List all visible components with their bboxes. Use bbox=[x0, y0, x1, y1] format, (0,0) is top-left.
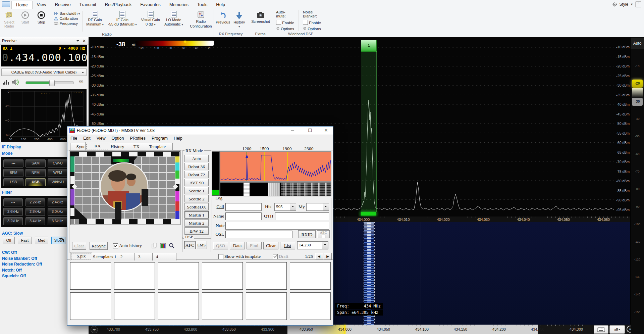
auto-mute-enable[interactable]: Enable bbox=[276, 20, 294, 25]
maximize-button[interactable]: ☐ bbox=[304, 127, 316, 134]
range-handle-top[interactable]: -20 bbox=[632, 80, 643, 88]
range-handle-bottom[interactable]: -30 bbox=[632, 98, 643, 106]
calibration-menu[interactable]: Calibration bbox=[54, 16, 80, 20]
call-field[interactable] bbox=[225, 203, 262, 211]
rx-mode-martin2[interactable]: Martin 2 bbox=[184, 219, 209, 227]
rx-mode-robot36[interactable]: Robot 36 bbox=[184, 163, 209, 170]
radio-configuration-button[interactable]: Radio Configuration bbox=[190, 10, 212, 28]
zoom-band-marker[interactable]: 1 bbox=[361, 40, 377, 52]
resync-button[interactable]: ReSync bbox=[90, 242, 108, 250]
volume-slider-handle[interactable] bbox=[49, 80, 55, 86]
audio-levels-icon[interactable] bbox=[3, 80, 9, 86]
menu-item[interactable]: Option bbox=[109, 135, 127, 142]
app-menu-icon[interactable] bbox=[2, 1, 10, 7]
mmsstv-window[interactable]: F5OEO (F5OEO.MDT) - MMSSTV Ver 1.08 ─ ☐ … bbox=[67, 126, 333, 326]
filter-button[interactable]: ••• bbox=[3, 198, 23, 206]
list-button[interactable]: List bbox=[280, 242, 295, 249]
his-combobox[interactable]: 595 bbox=[274, 203, 296, 211]
menu-item[interactable]: Edit bbox=[80, 135, 94, 142]
name-field[interactable] bbox=[225, 212, 262, 220]
audio-device-select[interactable]: CABLE Input (VB-Audio Virtual Cable) bbox=[1, 68, 87, 76]
abc-checkbox[interactable] bbox=[322, 235, 325, 238]
start-button[interactable]: Start bbox=[18, 10, 33, 24]
settings-gear-icon[interactable] bbox=[612, 2, 617, 7]
tab-help[interactable]: Help bbox=[212, 1, 229, 9]
history-button[interactable]: History ▼ bbox=[232, 10, 247, 29]
previous-button[interactable]: Previous bbox=[216, 10, 230, 24]
rx-mode-auto[interactable]: Auto bbox=[184, 155, 209, 162]
band-navigation-bar[interactable]: 433.700 433.750 433.800 433.850 433.900 … bbox=[89, 325, 644, 334]
clear-button[interactable]: Clear bbox=[263, 242, 278, 249]
thumbnail-slot[interactable] bbox=[158, 292, 199, 320]
stop-button[interactable]: Stop bbox=[34, 10, 49, 24]
log-freq-combobox[interactable]: 14.230 bbox=[297, 241, 328, 249]
tab-rec-playback[interactable]: Rec/Playback bbox=[101, 1, 136, 9]
mode-wfm-button[interactable]: WFM bbox=[48, 169, 68, 177]
select-radio-button[interactable]: Select Radio bbox=[2, 10, 16, 28]
agc-undo-button[interactable] bbox=[58, 237, 65, 245]
show-with-template-checkbox[interactable] bbox=[218, 254, 223, 259]
auto-mute-enable-checkbox[interactable] bbox=[276, 20, 281, 25]
rf-gain-button[interactable]: RF Gain Minimum bbox=[85, 10, 105, 27]
my-combobox[interactable] bbox=[306, 203, 329, 211]
thumbnail-slot[interactable] bbox=[202, 262, 243, 290]
mode-usb-button[interactable]: USB bbox=[25, 178, 46, 186]
style-menu[interactable]: Style bbox=[619, 2, 628, 7]
thumbnail-slot[interactable] bbox=[246, 292, 287, 320]
agc-med-button[interactable]: Med bbox=[35, 237, 48, 244]
panel-close-icon[interactable]: ✕ bbox=[83, 37, 86, 45]
menu-item[interactable]: File bbox=[67, 135, 80, 142]
style-dropdown-arrow[interactable]: ▼ bbox=[630, 3, 633, 6]
draft-checkbox[interactable] bbox=[273, 254, 278, 259]
filter-button[interactable]: 2.6kHz bbox=[3, 208, 23, 216]
qsl-field[interactable] bbox=[225, 231, 292, 238]
if-gain-button[interactable]: IF Gain -55 dB (Manual) bbox=[107, 10, 138, 27]
tab-memories[interactable]: Memories bbox=[165, 1, 193, 9]
panel-collapse-icon[interactable] bbox=[76, 40, 79, 43]
minimize-button[interactable]: ─ bbox=[287, 127, 298, 134]
rxid-button[interactable]: RXID bbox=[298, 230, 316, 238]
lo-mode-button[interactable]: LO Mode Automatic bbox=[163, 10, 184, 27]
mode-sam-button[interactable]: SAM bbox=[25, 159, 46, 168]
thumbnail-slot[interactable] bbox=[114, 292, 155, 320]
agc-fast-button[interactable]: Fast bbox=[18, 237, 32, 244]
thumbnail-slot[interactable] bbox=[246, 262, 287, 290]
my-dropdown-arrow[interactable] bbox=[323, 203, 329, 210]
rx-mode-bw12[interactable]: B/W 12 bbox=[184, 227, 209, 235]
noise-blanker-enable-checkbox[interactable] bbox=[303, 20, 308, 25]
data-button[interactable]: Data bbox=[230, 242, 245, 249]
lms-button[interactable]: LMS bbox=[196, 241, 207, 249]
his-dropdown-arrow[interactable] bbox=[290, 203, 296, 210]
log-freq-dropdown-arrow[interactable] bbox=[322, 242, 328, 249]
rx-mode-scottie1[interactable]: Scottie 1 bbox=[184, 187, 209, 194]
zoom-level-button[interactable]: x5▸ bbox=[609, 325, 625, 334]
mode-more-button[interactable]: ••• bbox=[3, 159, 23, 168]
mode-nfm-button[interactable]: NFM bbox=[25, 169, 46, 177]
mode-wideu-button[interactable]: Wide-U bbox=[48, 178, 68, 186]
magnifier-button[interactable] bbox=[168, 242, 175, 249]
tab-view[interactable]: View bbox=[33, 1, 51, 9]
tab-favourites[interactable]: Favourites bbox=[136, 1, 165, 9]
filter-button[interactable]: 3.4kHz bbox=[25, 217, 45, 225]
visual-gain-button[interactable]: Visual Gain 0 dB bbox=[140, 10, 161, 27]
speaker-icon[interactable] bbox=[11, 79, 19, 87]
mode-cwu-button[interactable]: CW-U bbox=[48, 159, 68, 168]
mode-lsb-button[interactable]: LSB bbox=[3, 178, 23, 186]
thumbnail-slot[interactable] bbox=[70, 262, 111, 290]
thumbnail-slot[interactable] bbox=[290, 292, 331, 320]
thumbnail-slot[interactable] bbox=[290, 262, 331, 290]
noise-blanker-enable[interactable]: Enable bbox=[303, 20, 327, 25]
find-button[interactable]: Find bbox=[247, 242, 262, 249]
thumbnail-slot[interactable] bbox=[202, 292, 243, 320]
menu-item[interactable]: PRofiles bbox=[127, 135, 149, 142]
image-tool-button[interactable] bbox=[159, 242, 167, 249]
tab-home[interactable]: Home bbox=[11, 1, 33, 9]
close-button[interactable]: ✕ bbox=[320, 127, 332, 134]
page-prev-button[interactable]: ◀ bbox=[315, 253, 323, 260]
history-dropdown-arrow[interactable]: ▼ bbox=[238, 25, 240, 29]
screenshot-button[interactable]: Screenshot bbox=[250, 10, 271, 23]
frequency-display[interactable]: RX 10 - 4000 Hz 0.434.000.100 bbox=[1, 45, 87, 66]
menu-item[interactable]: View bbox=[94, 135, 109, 142]
keyboard-entry-button[interactable] bbox=[594, 325, 608, 334]
rx-mode-robot72[interactable]: Robot 72 bbox=[184, 171, 209, 178]
